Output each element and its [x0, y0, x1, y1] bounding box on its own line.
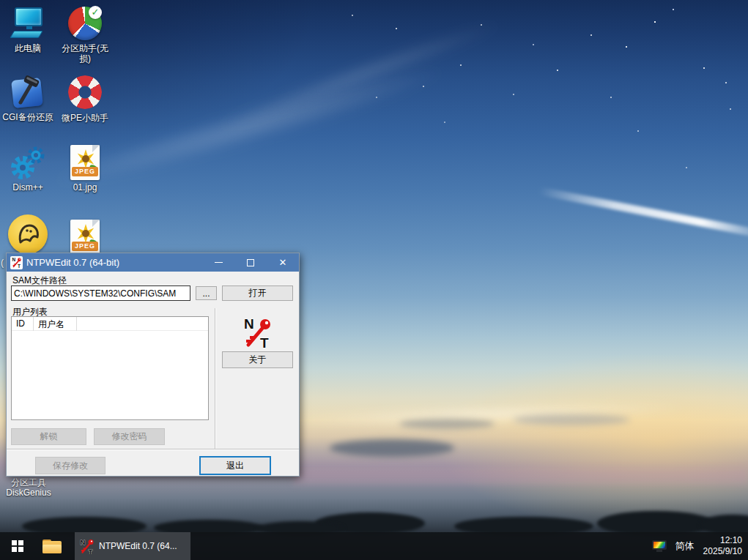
lifebuoy-icon — [67, 75, 103, 111]
clock-date: 2025/9/10 — [703, 546, 742, 557]
desktop-icon-dism[interactable]: Dism++ — [0, 145, 56, 193]
jpeg-file-icon: JPEG — [70, 145, 100, 180]
svg-text:N: N — [12, 257, 15, 262]
svg-text:N: N — [244, 316, 254, 332]
file-explorer-button[interactable] — [35, 532, 69, 560]
system-tray: 简体 12:10 2025/9/10 — [652, 535, 748, 557]
folder-icon — [42, 540, 62, 553]
computer-icon — [10, 6, 45, 41]
desktop-icon-diskgenius-label[interactable]: 分区工具 DiskGenius — [0, 477, 57, 498]
svg-text:N: N — [81, 538, 86, 546]
taskbar-task-ntpwedit[interactable]: N T NTPWEdit 0.7 (64... — [75, 532, 190, 560]
desktop-icon-label: 01.jpg — [57, 182, 113, 193]
svg-text:T: T — [260, 335, 269, 348]
input-language-indicator[interactable]: 简体 — [675, 540, 695, 553]
close-button[interactable]: ✕ — [267, 253, 299, 272]
browse-button[interactable]: ... — [196, 286, 217, 300]
unlock-button[interactable]: 解锁 — [11, 428, 86, 445]
stars — [0, 0, 1, 1]
desktop-icon-label: 此电脑 — [0, 43, 56, 53]
partial-icon-label: ( — [1, 258, 4, 268]
desktop-icon-label: 分区助手(无损) — [57, 43, 113, 64]
svg-text:T: T — [89, 548, 93, 555]
desktop-icon-label: Dism++ — [0, 182, 56, 193]
user-list-header: ID 用户名 — [12, 317, 208, 331]
ntpwedit-task-icon: N T — [80, 538, 95, 554]
ntpwedit-app-icon: N T — [10, 256, 23, 269]
image-file-icon: JPEG — [70, 220, 100, 255]
open-button[interactable]: 打开 — [222, 285, 293, 301]
user-list[interactable]: ID 用户名 — [11, 316, 209, 420]
desktop-icon-label: CGI备份还原 — [0, 112, 56, 122]
maximize-button[interactable] — [234, 253, 267, 272]
save-changes-button[interactable]: 保存修改 — [35, 457, 105, 474]
windows-logo-icon — [12, 540, 23, 552]
sam-path-input[interactable] — [11, 285, 190, 301]
column-header-id[interactable]: ID — [12, 317, 34, 331]
cloud — [399, 419, 495, 429]
start-button[interactable] — [0, 532, 35, 560]
sea-pink-band — [293, 468, 748, 485]
partition-pie-icon: ✓ — [67, 6, 103, 41]
about-button[interactable]: 关于 — [222, 351, 293, 368]
hammer-icon — [10, 75, 45, 110]
desktop-icon-wepe-helper[interactable]: 微PE小助手 — [57, 75, 113, 123]
ntpwedit-logo: N T — [243, 316, 273, 348]
taskbar-clock[interactable]: 12:10 2025/9/10 — [703, 535, 742, 557]
desktop: 此电脑 ✓ 分区助手(无损) CGI备份还原 微PE小助手 — [0, 0, 748, 560]
ghost-icon — [8, 214, 48, 254]
svg-text:T: T — [18, 264, 21, 268]
desktop-icon-label: 微PE小助手 — [57, 113, 113, 123]
window-title: NTPWEdit 0.7 (64-bit) — [26, 257, 119, 268]
jpeg-badge: JPEG — [72, 242, 98, 251]
vertical-separator — [215, 308, 216, 449]
clock-time: 12:10 — [703, 535, 742, 546]
desktop-icon-this-pc[interactable]: 此电脑 — [0, 6, 56, 53]
horizontal-separator — [7, 449, 299, 450]
column-header-username[interactable]: 用户名 — [34, 317, 77, 331]
exit-button[interactable]: 退出 — [199, 456, 271, 475]
desktop-icon-ghost-backup[interactable] — [0, 214, 56, 254]
task-label: NTPWEdit 0.7 (64... — [99, 541, 177, 551]
desktop-icon-image-file[interactable]: JPEG — [57, 220, 113, 255]
jpeg-badge: JPEG — [72, 167, 98, 176]
ntpwedit-window: N T NTPWEdit 0.7 (64-bit) ✕ SAM文件路径 ... … — [6, 253, 300, 477]
display-settings-icon[interactable] — [652, 540, 667, 553]
cloud — [330, 439, 454, 457]
change-password-button[interactable]: 修改密码 — [94, 428, 165, 445]
desktop-icon-jpeg-file[interactable]: JPEG 01.jpg — [57, 145, 113, 193]
titlebar[interactable]: N T NTPWEdit 0.7 (64-bit) ✕ — [7, 253, 299, 272]
taskbar: N T NTPWEdit 0.7 (64... 简体 12:10 2025/9/… — [0, 532, 748, 560]
desktop-icon-partition-assistant[interactable]: ✓ 分区助手(无损) — [57, 6, 113, 64]
gears-icon — [10, 145, 45, 180]
cloud — [513, 414, 630, 425]
minimize-button[interactable] — [202, 253, 234, 272]
desktop-icon-cgi-backup[interactable]: CGI备份还原 — [0, 75, 56, 122]
